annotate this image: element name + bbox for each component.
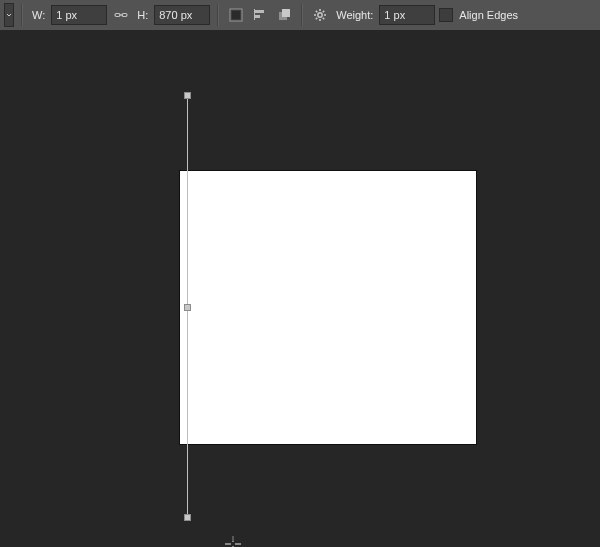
height-input[interactable]: 870 px [154,5,210,25]
separator [301,4,303,26]
width-label: W: [30,9,47,21]
crosshair-cursor [224,535,242,547]
svg-line-16 [323,18,324,19]
svg-line-15 [316,11,317,12]
height-label: H: [135,9,150,21]
weight-label: Weight: [334,9,375,21]
canvas-area[interactable] [0,30,600,547]
transform-handle-top[interactable] [184,92,191,99]
transform-handle-bottom[interactable] [184,514,191,521]
link-icon[interactable] [111,5,131,25]
weight-input[interactable]: 1 px [379,5,435,25]
width-input[interactable]: 1 px [51,5,107,25]
svg-line-17 [316,18,317,19]
fill-swatch-icon[interactable] [226,5,246,25]
transform-handle-middle[interactable] [184,304,191,311]
align-edges-checkbox[interactable] [439,8,453,22]
svg-line-18 [323,11,324,12]
svg-rect-5 [254,10,264,13]
separator [217,4,219,26]
path-arrange-icon[interactable] [274,5,294,25]
align-edges-label[interactable]: Align Edges [457,9,520,21]
dropdown-edge[interactable] [4,3,14,27]
line-shape[interactable] [187,95,188,518]
options-bar: W: 1 px H: 870 px [0,0,600,31]
gear-icon[interactable] [310,5,330,25]
svg-rect-4 [232,11,240,19]
svg-point-10 [318,13,322,17]
artboard[interactable] [180,171,476,444]
svg-rect-2 [119,14,123,15]
path-align-icon[interactable] [250,5,270,25]
separator [21,4,23,26]
svg-rect-9 [282,9,290,17]
svg-rect-7 [254,9,255,20]
